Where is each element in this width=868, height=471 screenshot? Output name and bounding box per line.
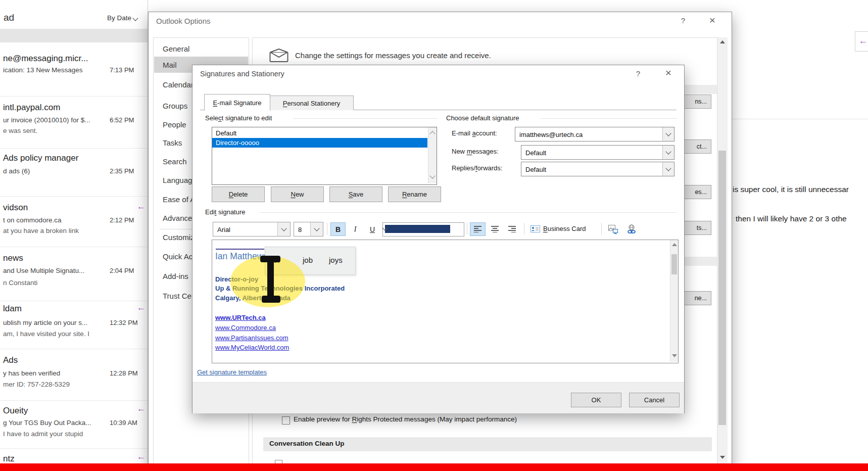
font-size-select[interactable]: 8 bbox=[294, 222, 323, 237]
email-time: 2:35 PM bbox=[110, 167, 134, 175]
chevron-down-icon bbox=[132, 15, 138, 21]
sidebar-item-people[interactable]: People bbox=[163, 120, 186, 129]
signature-link: www.Commodore.ca bbox=[215, 324, 276, 332]
email-list-pane: ad By Date ne@messaging.micr... ication:… bbox=[0, 0, 148, 471]
insert-hyperlink-button[interactable] bbox=[623, 222, 640, 236]
underline-button[interactable]: U bbox=[365, 222, 380, 236]
scrollbar-down-icon[interactable] bbox=[670, 354, 678, 357]
enable-preview-checkbox[interactable] bbox=[282, 416, 290, 425]
align-center-button[interactable] bbox=[487, 222, 503, 236]
email-sender: ntz bbox=[3, 454, 15, 464]
divider bbox=[0, 349, 148, 349]
ok-button[interactable]: OK bbox=[571, 393, 621, 407]
close-icon[interactable]: × bbox=[706, 14, 719, 26]
sidebar-item-calendar[interactable]: Calendar bbox=[163, 80, 194, 89]
signature-listbox[interactable]: Default Director-ooooo bbox=[212, 127, 437, 185]
email-subject: y has been verified bbox=[3, 369, 60, 377]
chevron-down-icon[interactable] bbox=[662, 146, 674, 159]
sidebar-item-language[interactable]: Language bbox=[163, 176, 197, 184]
sidebar-item-groups[interactable]: Groups bbox=[163, 102, 187, 110]
scrollbar-down-icon[interactable] bbox=[428, 176, 437, 178]
scrollbar-up-icon[interactable] bbox=[428, 130, 437, 136]
back-arrow-icon: ← bbox=[858, 35, 868, 46]
email-sender: Oueity bbox=[3, 406, 28, 416]
dialog-title: Outlook Options bbox=[156, 17, 211, 25]
help-icon[interactable]: ? bbox=[633, 69, 643, 78]
replies-forwards-select[interactable]: Default bbox=[521, 162, 674, 176]
group-line bbox=[293, 118, 438, 119]
list-item[interactable]: Default bbox=[212, 128, 431, 138]
chevron-down-icon[interactable] bbox=[662, 127, 674, 141]
divider bbox=[0, 96, 148, 97]
sidebar-item-general[interactable]: General bbox=[163, 44, 189, 53]
email-preview: am, I have visited your site. I bbox=[3, 330, 89, 338]
cancel-button[interactable]: Cancel bbox=[629, 393, 680, 407]
bold-button[interactable]: B bbox=[330, 222, 346, 236]
signature-rule-line bbox=[216, 249, 264, 250]
rename-button[interactable]: Rename bbox=[388, 186, 441, 202]
business-card-label: Business Card bbox=[543, 225, 586, 232]
sidebar-item-search[interactable]: Search bbox=[163, 157, 187, 166]
suggestion-item[interactable]: job bbox=[303, 256, 313, 264]
section-description: Change the settings for messages you cre… bbox=[295, 51, 491, 60]
enable-preview-label: Enable preview for Rights Protected mess… bbox=[294, 415, 517, 423]
picture-icon bbox=[608, 225, 618, 234]
business-card-button[interactable]: Business Card bbox=[528, 222, 599, 236]
email-time: 12:28 PM bbox=[110, 369, 138, 377]
scrollbar-up-icon[interactable] bbox=[717, 40, 728, 43]
font-family-value: Arial bbox=[217, 225, 230, 233]
conversation-cleanup-band: Conversation Clean Up bbox=[263, 437, 712, 451]
email-subject: ublish my article on your s... bbox=[3, 319, 87, 326]
email-preview: e was sent. bbox=[3, 127, 37, 134]
insert-picture-button[interactable] bbox=[605, 222, 621, 236]
list-item-selected[interactable]: Director-ooooo bbox=[212, 138, 427, 148]
sidebar-item-add-ins[interactable]: Add-ins bbox=[163, 272, 188, 280]
font-family-select[interactable]: Arial bbox=[213, 222, 291, 237]
message-body-line: is super cool, it is still unnecessar bbox=[733, 185, 849, 194]
tab-email-signature[interactable]: E-mail Signature bbox=[204, 94, 270, 111]
delete-button[interactable]: Delete bbox=[212, 186, 265, 202]
video-progress-bar[interactable] bbox=[0, 463, 868, 471]
new-messages-label: New messages: bbox=[452, 148, 499, 155]
divider bbox=[732, 119, 868, 119]
new-messages-select[interactable]: Default bbox=[521, 145, 674, 160]
signature-link: www.PartisanIssues.com bbox=[215, 334, 288, 342]
sidebar-item-advanced[interactable]: Advanced bbox=[163, 214, 197, 222]
chevron-down-icon[interactable] bbox=[383, 223, 395, 232]
email-account-select[interactable]: imatthews@urtech.ca bbox=[515, 127, 674, 142]
help-icon[interactable]: ? bbox=[678, 16, 688, 25]
tab-personal-stationery[interactable]: Personal Stationery bbox=[269, 96, 354, 110]
email-preview: mer ID: 757-228-5329 bbox=[3, 381, 70, 388]
sidebar-item-mail[interactable]: Mail bbox=[163, 61, 177, 69]
close-icon[interactable]: × bbox=[662, 67, 675, 79]
align-right-button[interactable] bbox=[504, 222, 520, 236]
scrollbar-thumb[interactable] bbox=[671, 254, 677, 274]
align-left-button[interactable] bbox=[470, 222, 486, 236]
signatures-dialog: Signatures and Stationery ? × E-mail Sig… bbox=[192, 65, 685, 413]
email-sender: vidson bbox=[3, 203, 28, 213]
scrollbar-thumb[interactable] bbox=[718, 151, 726, 425]
chevron-down-icon[interactable] bbox=[310, 222, 323, 236]
signature-link: www.MyCeliacWorld.com bbox=[215, 344, 289, 351]
scrollbar-down-icon[interactable] bbox=[717, 456, 728, 459]
listbox-scrollbar[interactable] bbox=[428, 127, 437, 183]
group-line bbox=[541, 118, 678, 119]
save-button[interactable]: Save bbox=[329, 186, 382, 202]
email-preview: n Constanti bbox=[3, 279, 37, 287]
suggestion-item[interactable]: joys bbox=[329, 256, 343, 264]
editor-scrollbar[interactable] bbox=[670, 240, 678, 362]
chevron-down-icon[interactable] bbox=[662, 162, 674, 176]
divider bbox=[0, 301, 148, 301]
chevron-down-icon[interactable] bbox=[277, 222, 290, 236]
sidebar-item-tasks[interactable]: Tasks bbox=[163, 138, 182, 147]
business-card-icon bbox=[531, 225, 540, 232]
italic-button[interactable]: I bbox=[348, 222, 363, 236]
font-color-select[interactable] bbox=[382, 222, 464, 237]
get-signature-templates-link[interactable]: Get signature templates bbox=[197, 368, 267, 376]
scrollbar-up-icon[interactable] bbox=[670, 243, 678, 246]
sort-dropdown[interactable]: By Date bbox=[107, 14, 137, 22]
back-button[interactable]: ← bbox=[855, 31, 868, 52]
divider bbox=[467, 223, 467, 234]
options-scrollbar[interactable] bbox=[717, 37, 728, 471]
new-button[interactable]: New bbox=[271, 186, 324, 202]
